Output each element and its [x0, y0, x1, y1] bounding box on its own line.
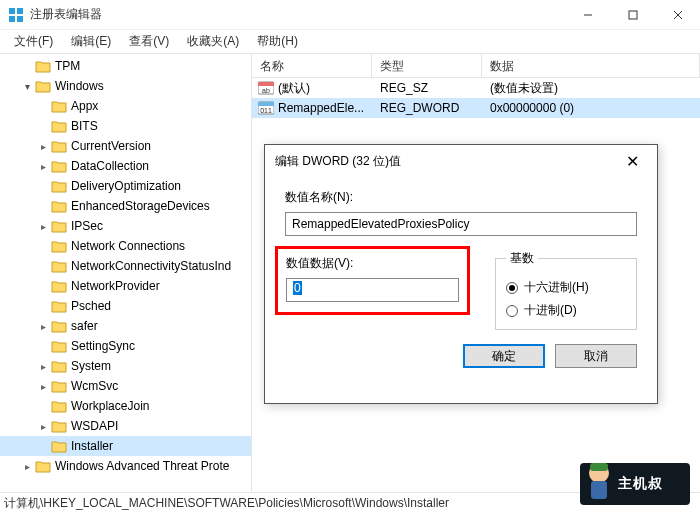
menu-view[interactable]: 查看(V) — [121, 30, 177, 53]
radio-hex[interactable]: 十六进制(H) — [506, 279, 626, 296]
chevron-right-icon[interactable]: ▸ — [36, 421, 50, 432]
close-button[interactable] — [655, 0, 700, 30]
menubar: 文件(F) 编辑(E) 查看(V) 收藏夹(A) 帮助(H) — [0, 30, 700, 54]
menu-fav[interactable]: 收藏夹(A) — [179, 30, 247, 53]
menu-help[interactable]: 帮助(H) — [249, 30, 306, 53]
watermark-badge: 主机叔 — [580, 463, 690, 505]
svg-rect-15 — [590, 463, 608, 471]
radio-dot-icon — [506, 305, 518, 317]
value-data-input[interactable]: 0 — [286, 278, 459, 302]
tree-label: WorkplaceJoin — [71, 399, 149, 413]
folder-icon — [51, 179, 67, 193]
tree-item[interactable]: EnhancedStorageDevices — [0, 196, 251, 216]
tree-item[interactable]: ▸Windows Advanced Threat Prote — [0, 456, 251, 476]
tree-item[interactable]: Psched — [0, 296, 251, 316]
tree-item[interactable]: Appx — [0, 96, 251, 116]
edit-dword-dialog: 编辑 DWORD (32 位)值 ✕ 数值名称(N): 数值数据(V): 0 基… — [264, 144, 658, 404]
tree-item[interactable]: WorkplaceJoin — [0, 396, 251, 416]
chevron-right-icon[interactable]: ▸ — [36, 221, 50, 232]
tree-label: System — [71, 359, 111, 373]
menu-file[interactable]: 文件(F) — [6, 30, 61, 53]
mascot-icon — [582, 459, 616, 503]
col-name[interactable]: 名称 — [252, 54, 372, 77]
chevron-down-icon[interactable]: ▾ — [20, 81, 34, 92]
value-data-highlight: 数值数据(V): 0 — [275, 246, 470, 315]
value-name-input[interactable] — [285, 212, 637, 236]
folder-icon — [35, 59, 51, 73]
tree-item[interactable]: ▸WcmSvc — [0, 376, 251, 396]
svg-text:ab: ab — [262, 87, 270, 94]
folder-icon — [35, 459, 51, 473]
tree-label: Windows — [55, 79, 104, 93]
maximize-button[interactable] — [610, 0, 655, 30]
folder-icon — [51, 159, 67, 173]
tree-label: NetworkProvider — [71, 279, 160, 293]
value-name-label: 数值名称(N): — [285, 189, 637, 206]
window-title: 注册表编辑器 — [30, 6, 565, 23]
tree-item[interactable]: ▸CurrentVersion — [0, 136, 251, 156]
svg-text:011: 011 — [260, 107, 272, 114]
tree-item[interactable]: ▸WSDAPI — [0, 416, 251, 436]
menu-edit[interactable]: 编辑(E) — [63, 30, 119, 53]
tree-label: Network Connections — [71, 239, 185, 253]
regedit-icon — [8, 7, 24, 23]
svg-rect-5 — [629, 11, 637, 19]
value-row[interactable]: 011RemappedEle...REG_DWORD0x00000000 (0) — [252, 98, 700, 118]
chevron-right-icon[interactable]: ▸ — [36, 141, 50, 152]
radio-dec[interactable]: 十进制(D) — [506, 302, 626, 319]
tree-item[interactable]: TPM — [0, 56, 251, 76]
value-name: (默认) — [278, 80, 372, 97]
dialog-close-icon[interactable]: ✕ — [618, 148, 647, 175]
value-type-icon: 011 — [258, 100, 274, 116]
chevron-right-icon[interactable]: ▸ — [36, 321, 50, 332]
tree-label: NetworkConnectivityStatusInd — [71, 259, 231, 273]
tree-item[interactable]: ▸safer — [0, 316, 251, 336]
value-type-icon: ab — [258, 80, 274, 96]
tree-item[interactable]: SettingSync — [0, 336, 251, 356]
folder-icon — [51, 439, 67, 453]
tree-item[interactable]: Network Connections — [0, 236, 251, 256]
chevron-right-icon[interactable]: ▸ — [20, 461, 34, 472]
tree-item[interactable]: ▾Windows — [0, 76, 251, 96]
tree-label: WcmSvc — [71, 379, 118, 393]
tree-item[interactable]: ▸IPSec — [0, 216, 251, 236]
column-headers[interactable]: 名称 类型 数据 — [252, 54, 700, 78]
tree-item[interactable]: Installer — [0, 436, 251, 456]
folder-icon — [51, 199, 67, 213]
svg-rect-12 — [258, 102, 274, 106]
ok-button[interactable]: 确定 — [463, 344, 545, 368]
tree-item[interactable]: ▸System — [0, 356, 251, 376]
value-data: (数值未设置) — [482, 80, 558, 97]
svg-rect-2 — [9, 16, 15, 22]
tree-label: Installer — [71, 439, 113, 453]
base-legend: 基数 — [506, 250, 538, 267]
folder-icon — [51, 119, 67, 133]
value-row[interactable]: ab(默认)REG_SZ(数值未设置) — [252, 78, 700, 98]
tree-item[interactable]: BITS — [0, 116, 251, 136]
dialog-title: 编辑 DWORD (32 位)值 — [275, 153, 401, 170]
key-tree[interactable]: TPM▾WindowsAppxBITS▸CurrentVersion▸DataC… — [0, 54, 252, 492]
folder-icon — [51, 319, 67, 333]
tree-item[interactable]: DeliveryOptimization — [0, 176, 251, 196]
tree-label: SettingSync — [71, 339, 135, 353]
chevron-right-icon[interactable]: ▸ — [36, 381, 50, 392]
folder-icon — [51, 219, 67, 233]
svg-rect-1 — [17, 8, 23, 14]
tree-item[interactable]: NetworkConnectivityStatusInd — [0, 256, 251, 276]
col-data[interactable]: 数据 — [482, 54, 700, 77]
chevron-right-icon[interactable]: ▸ — [36, 361, 50, 372]
cancel-button[interactable]: 取消 — [555, 344, 637, 368]
chevron-right-icon[interactable]: ▸ — [36, 161, 50, 172]
tree-label: safer — [71, 319, 98, 333]
folder-icon — [51, 239, 67, 253]
folder-icon — [35, 79, 51, 93]
minimize-button[interactable] — [565, 0, 610, 30]
tree-item[interactable]: NetworkProvider — [0, 276, 251, 296]
col-type[interactable]: 类型 — [372, 54, 482, 77]
svg-rect-16 — [591, 481, 607, 499]
tree-label: EnhancedStorageDevices — [71, 199, 210, 213]
dialog-titlebar[interactable]: 编辑 DWORD (32 位)值 ✕ — [265, 145, 657, 177]
svg-rect-0 — [9, 8, 15, 14]
value-type: REG_DWORD — [372, 101, 482, 115]
tree-item[interactable]: ▸DataCollection — [0, 156, 251, 176]
